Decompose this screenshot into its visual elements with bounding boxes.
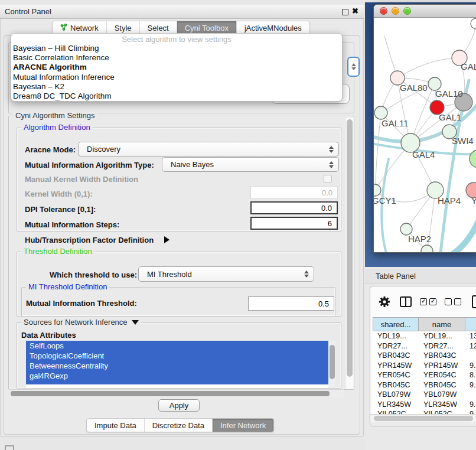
column-header-shared[interactable]: shared... (373, 317, 419, 331)
attribute-item-betweennesscentrality[interactable]: BetweennessCentrality (26, 361, 328, 371)
table-cell: 9. (466, 381, 476, 389)
dpi-tolerance-value: 0.0 (321, 204, 332, 213)
expand-arrow-icon[interactable] (164, 236, 169, 243)
kernel-width-label: Kernel Width (0,1): (25, 190, 93, 198)
table-header-row: shared...name (373, 317, 476, 331)
focused-combo-button-fragment[interactable] (347, 57, 360, 77)
kernel-width-field[interactable]: 0.0 (250, 186, 338, 199)
float-window-icon[interactable] (342, 9, 348, 15)
network-node[interactable] (471, 18, 476, 29)
tab-infer-network[interactable]: Infer Network (212, 419, 273, 432)
table-cell: YBL079W (419, 390, 466, 399)
minimize-window-icon[interactable] (392, 7, 399, 15)
attributes-scrollbar[interactable] (328, 341, 335, 388)
dropdown-item-mutual-information-inference[interactable]: Mutual Information Inference (11, 73, 342, 82)
attribute-item-selfloops[interactable]: SelfLoops (26, 341, 328, 351)
table-row[interactable]: YER054CYER054C8. (373, 370, 476, 380)
mi-type-select[interactable]: Naive Bayes (162, 157, 339, 172)
attribute-item-gal4rgexp[interactable]: gal4RGexp (26, 371, 328, 381)
table-row[interactable]: YDL19...YDL19...13 (373, 331, 476, 341)
bottom-tab-bar: Impute DataDiscretize DataInfer Network (86, 418, 274, 432)
dropdown-item-bayesian-hill-climbing[interactable]: Bayesian – Hill Climbing (11, 44, 342, 53)
network-graph[interactable]: GAL7GAL80GAL10GAL1GAL11SWI4GAL4GCY1HAP4Y… (374, 18, 476, 253)
table-horizontal-scrollbar[interactable] (370, 414, 476, 422)
network-node-hap2[interactable] (400, 223, 412, 235)
table-row[interactable]: YDR27...YDR27...12 (373, 341, 476, 351)
tab-label: Cyni Toolbox (185, 24, 229, 32)
algorithm-dropdown-popup: Select algorithm to view settings Bayesi… (11, 33, 343, 102)
network-node[interactable] (421, 245, 433, 253)
network-edge[interactable] (432, 208, 476, 253)
tab-label: Impute Data (94, 421, 136, 430)
dropdown-item-basic-correlation-inference[interactable]: Basic Correlation Inference (11, 53, 342, 63)
network-edge[interactable] (397, 58, 459, 78)
node-label-gal80: GAL80 (400, 83, 428, 93)
data-attributes-label: Data Attributes (21, 331, 76, 340)
attributes-scrollbar-thumb[interactable] (330, 345, 335, 379)
settings-vscroll-thumb[interactable] (347, 119, 353, 377)
which-threshold-select[interactable]: MI Threshold (138, 266, 314, 282)
column-view-icon[interactable] (400, 296, 412, 307)
mi-threshold-field[interactable]: 0.5 (248, 296, 334, 311)
table-panel-title: Table Panel (365, 269, 476, 284)
attribute-item-topologicalcoefficient[interactable]: TopologicalCoefficient (26, 351, 328, 361)
table-row[interactable]: YBR043CYBR043C (373, 351, 476, 361)
network-edge[interactable] (382, 159, 390, 253)
hub-definition-label[interactable]: Hub/Transcription Factor Definition (25, 236, 154, 244)
settings-hscroll-thumb[interactable] (11, 391, 330, 396)
table-cell: YLR345W (373, 400, 419, 409)
close-icon[interactable]: ✖ (352, 6, 358, 15)
table-row[interactable]: YPR145WYPR145W9. (373, 361, 476, 371)
mi-type-value: Naive Bayes (162, 160, 214, 169)
dropdown-item-dream8-dc-tdc-algorithm[interactable]: Dream8 DC_TDC Algorithm (11, 92, 342, 101)
hide-columns-icon[interactable] (445, 298, 461, 305)
network-edge[interactable] (375, 113, 381, 190)
network-node[interactable] (470, 150, 476, 168)
gear-icon[interactable] (379, 296, 390, 309)
node-label-gal1: GAL1 (439, 112, 461, 122)
sources-legend-text: Sources for Network Inference (24, 318, 128, 327)
aracne-mode-select[interactable]: Discovery (78, 142, 339, 156)
minimized-panel-icon[interactable] (5, 445, 14, 450)
mi-steps-field[interactable]: 6 (250, 217, 338, 230)
apply-button[interactable]: Apply (158, 399, 200, 412)
dpi-tolerance-field[interactable]: 0.0 (250, 201, 338, 214)
mi-threshold-label: Mutual Information Threshold: (26, 299, 137, 308)
tab-label: Infer Network (220, 421, 266, 430)
combo-arrows-icon (329, 146, 334, 153)
node-label-hap2: HAP2 (408, 234, 431, 244)
tab-discretize-data[interactable]: Discretize Data (144, 419, 212, 432)
network-canvas[interactable]: GAL7GAL80GAL10GAL1GAL11SWI4GAL4GCY1HAP4Y… (374, 18, 476, 253)
column-header-name[interactable]: name (418, 317, 465, 331)
tab-label: Style (115, 24, 132, 32)
table-hscroll-thumb[interactable] (374, 416, 473, 421)
table-cell: YER054C (419, 371, 466, 379)
zoom-window-icon[interactable] (403, 7, 411, 15)
dropdown-item-bayesian-k2[interactable]: Bayesian – K2 (11, 82, 342, 92)
manual-kernel-checkbox[interactable] (324, 175, 332, 183)
table-row[interactable]: YLR345WYLR345W9. (373, 400, 476, 410)
dropdown-item-aracne-algorithm[interactable]: ARACNE Algorithm (11, 63, 342, 72)
table-cell: YIL052C (373, 410, 419, 414)
node-label-gal10: GAL10 (435, 89, 463, 99)
sources-legend[interactable]: Sources for Network Inference (21, 318, 141, 327)
column-header-cut[interactable] (465, 317, 476, 331)
table-row[interactable]: YBL079WYBL079W (373, 390, 476, 400)
tab-impute-data[interactable]: Impute Data (87, 419, 144, 432)
export-table-icon[interactable] (472, 295, 476, 308)
table-row[interactable]: YIL052CYIL052C9 (373, 409, 476, 414)
tab-label: Network (70, 24, 99, 32)
settings-vertical-scrollbar[interactable] (345, 118, 353, 389)
spinner-down-icon (351, 67, 356, 70)
table-row[interactable]: YBR045CYBR045C9. (373, 380, 476, 390)
network-node-gal11[interactable] (374, 106, 387, 119)
table-panel: Table Panel ✓✓ shared...name (365, 267, 476, 450)
table-cell: YIL052C (419, 410, 466, 414)
settings-horizontal-scrollbar[interactable] (9, 389, 344, 397)
table-cell: YDR27... (419, 342, 466, 350)
data-attributes-list: SelfLoopsTopologicalCoefficientBetweenne… (26, 341, 328, 384)
show-columns-icon[interactable]: ✓✓ (420, 298, 436, 305)
close-window-icon[interactable] (380, 7, 387, 15)
mi-threshold-definition-legend: MI Threshold Definition (26, 282, 109, 291)
spinner-up-icon (351, 63, 356, 66)
